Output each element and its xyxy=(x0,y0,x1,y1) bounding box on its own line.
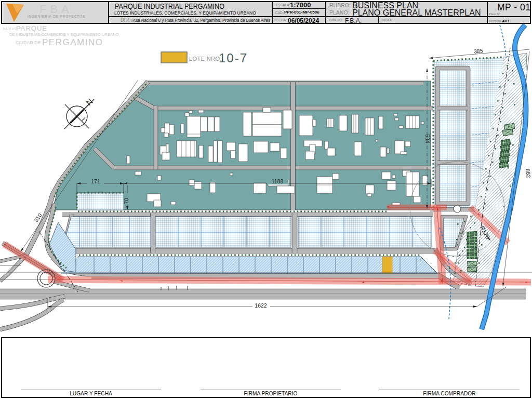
svg-text:534: 534 xyxy=(424,134,431,143)
svg-text:171: 171 xyxy=(91,178,100,184)
svg-text:882: 882 xyxy=(525,168,532,178)
svg-text:70: 70 xyxy=(123,198,129,204)
svg-text:385: 385 xyxy=(473,47,483,54)
svg-text:1188: 1188 xyxy=(272,178,284,184)
svg-text:N: N xyxy=(84,97,95,107)
svg-text:1622: 1622 xyxy=(255,302,267,309)
